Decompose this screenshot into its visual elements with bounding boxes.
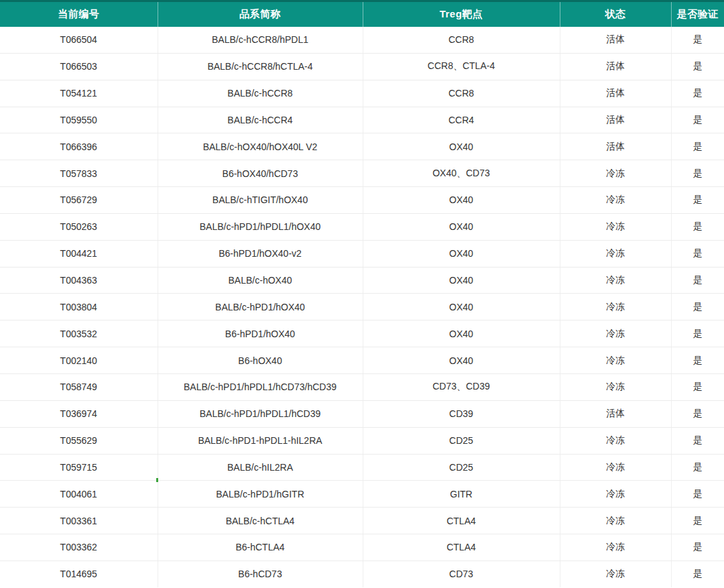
table-row: T059715BALB/c-hIL2RACD25冷冻是 — [0, 454, 724, 481]
cell-verified: 是 — [671, 107, 724, 133]
cell-verified: 是 — [671, 481, 724, 508]
cell-strain-name: BALB/c-hPD1/hPDL1/hCD73/hCD39 — [158, 373, 363, 400]
cell-strain-name: BALB/c-hOX40/hOX40L V2 — [158, 133, 363, 160]
table-row: T004363BALB/c-hOX40OX40冷冻是 — [0, 267, 724, 294]
cell-status: 冷冻 — [560, 373, 671, 400]
table-body: T066504BALB/c-hCCR8/hPDL1CCR8活体是T066503B… — [0, 27, 724, 587]
cell-verified: 是 — [671, 27, 724, 53]
cell-strain-name: BALB/c-hTIGIT/hOX40 — [158, 187, 363, 214]
table-row: T004061BALB/c-hPD1/hGITRGITR冷冻是 — [0, 481, 724, 508]
cell-treg-target: OX40 — [363, 240, 560, 267]
table-header: 当前编号 品系简称 Treg靶点 状态 是否验证 — [0, 1, 724, 27]
cell-treg-target: CCR8 — [363, 27, 560, 53]
cell-strain-name: BALB/c-hCCR8 — [158, 80, 363, 107]
cell-treg-target: CCR8 — [363, 80, 560, 107]
cell-treg-target: CD25 — [363, 454, 560, 481]
cell-status: 活体 — [560, 400, 671, 427]
cell-strain-name: BALB/c-hCCR8/hCTLA-4 — [158, 53, 363, 80]
cell-strain-name: BALB/c-hPD1/hOX40 — [158, 294, 363, 320]
cell-verified: 是 — [671, 454, 724, 481]
cell-verified: 是 — [671, 187, 724, 214]
cell-treg-target: CD25 — [363, 427, 560, 454]
cell-current-id: T055629 — [0, 427, 158, 454]
cell-treg-target: OX40 — [363, 133, 560, 160]
cell-verified: 是 — [671, 267, 724, 294]
cell-treg-target: OX40 — [363, 347, 560, 374]
cell-current-id: T057833 — [0, 160, 158, 187]
table-row: T066503BALB/c-hCCR8/hCTLA-4CCR8、CTLA-4活体… — [0, 53, 724, 80]
table-header-row: 当前编号 品系简称 Treg靶点 状态 是否验证 — [0, 1, 724, 27]
cell-current-id: T059715 — [0, 454, 158, 481]
cell-strain-name: BALB/c-hCCR4 — [158, 107, 363, 133]
cell-treg-target: CCR4 — [363, 107, 560, 133]
table-row: T036974BALB/c-hPD1/hPDL1/hCD39CD39活体是 — [0, 400, 724, 427]
cell-strain-name: BALB/c-hCTLA4 — [158, 508, 363, 534]
cell-current-id: T004421 — [0, 240, 158, 267]
cell-verified: 是 — [671, 160, 724, 187]
cell-treg-target: GITR — [363, 481, 560, 508]
cell-current-id: T004061 — [0, 481, 158, 508]
cell-current-id: T036974 — [0, 400, 158, 427]
cell-current-id: T059550 — [0, 107, 158, 133]
cell-current-id: T003532 — [0, 320, 158, 347]
cell-status: 冷冻 — [560, 347, 671, 374]
table-row: T066504BALB/c-hCCR8/hPDL1CCR8活体是 — [0, 27, 724, 53]
cell-treg-target: CD73 — [363, 561, 560, 587]
cell-verified: 是 — [671, 133, 724, 160]
table-row: T056729BALB/c-hTIGIT/hOX40OX40冷冻是 — [0, 187, 724, 214]
cell-strain-name: BALB/c-hPD1/hPDL1/hCD39 — [158, 400, 363, 427]
cell-status: 冷冻 — [560, 320, 671, 347]
cell-treg-target: OX40 — [363, 187, 560, 214]
column-header-verified: 是否验证 — [671, 1, 724, 27]
cell-verified: 是 — [671, 240, 724, 267]
cell-status: 活体 — [560, 27, 671, 53]
cell-verified: 是 — [671, 320, 724, 347]
cell-verified: 是 — [671, 534, 724, 561]
table-row: T066396BALB/c-hOX40/hOX40L V2OX40活体是 — [0, 133, 724, 160]
cell-verified: 是 — [671, 373, 724, 400]
cell-treg-target: CTLA4 — [363, 534, 560, 561]
stray-green-mark — [156, 478, 158, 482]
cell-current-id: T014695 — [0, 561, 158, 587]
cell-strain-name: BALB/c-hPD1/hGITR — [158, 481, 363, 508]
cell-treg-target: OX40 — [363, 320, 560, 347]
cell-status: 冷冻 — [560, 427, 671, 454]
cell-current-id: T003804 — [0, 294, 158, 320]
table-row: T058749BALB/c-hPD1/hPDL1/hCD73/hCD39CD73… — [0, 373, 724, 400]
table-row: T050263BALB/c-hPD1/hPDL1/hOX40OX40冷冻是 — [0, 213, 724, 240]
cell-treg-target: CCR8、CTLA-4 — [363, 53, 560, 80]
table-row: T057833B6-hOX40/hCD73OX40、CD73冷冻是 — [0, 160, 724, 187]
cell-status: 冷冻 — [560, 454, 671, 481]
cell-treg-target: OX40、CD73 — [363, 160, 560, 187]
cell-treg-target: OX40 — [363, 213, 560, 240]
cell-current-id: T054121 — [0, 80, 158, 107]
cell-current-id: T050263 — [0, 213, 158, 240]
cell-current-id: T058749 — [0, 373, 158, 400]
cell-strain-name: B6-hCD73 — [158, 561, 363, 587]
cell-strain-name: BALB/c-hIL2RA — [158, 454, 363, 481]
cell-strain-name: B6-hPD1/hOX40 — [158, 320, 363, 347]
cell-status: 活体 — [560, 133, 671, 160]
cell-status: 活体 — [560, 80, 671, 107]
cell-verified: 是 — [671, 347, 724, 374]
cell-status: 冷冻 — [560, 561, 671, 587]
cell-verified: 是 — [671, 213, 724, 240]
cell-treg-target: OX40 — [363, 294, 560, 320]
cell-current-id: T066396 — [0, 133, 158, 160]
table-row: T003804BALB/c-hPD1/hOX40OX40冷冻是 — [0, 294, 724, 320]
table-row: T003361BALB/c-hCTLA4CTLA4冷冻是 — [0, 508, 724, 534]
cell-verified: 是 — [671, 400, 724, 427]
cell-treg-target: CTLA4 — [363, 508, 560, 534]
column-header-status: 状态 — [560, 1, 671, 27]
cell-status: 冷冻 — [560, 294, 671, 320]
cell-strain-name: BALB/c-hOX40 — [158, 267, 363, 294]
cell-strain-name: BALB/c-hCCR8/hPDL1 — [158, 27, 363, 53]
cell-status: 冷冻 — [560, 267, 671, 294]
cell-status: 冷冻 — [560, 213, 671, 240]
strain-list-table: 当前编号 品系简称 Treg靶点 状态 是否验证 T066504BALB/c-h… — [0, 0, 724, 587]
cell-current-id: T003362 — [0, 534, 158, 561]
table-row: T055629BALB/c-hPD1-hPDL1-hIL2RACD25冷冻是 — [0, 427, 724, 454]
table-row: T002140B6-hOX40OX40冷冻是 — [0, 347, 724, 374]
cell-treg-target: OX40 — [363, 267, 560, 294]
table-row: T004421B6-hPD1/hOX40-v2OX40冷冻是 — [0, 240, 724, 267]
